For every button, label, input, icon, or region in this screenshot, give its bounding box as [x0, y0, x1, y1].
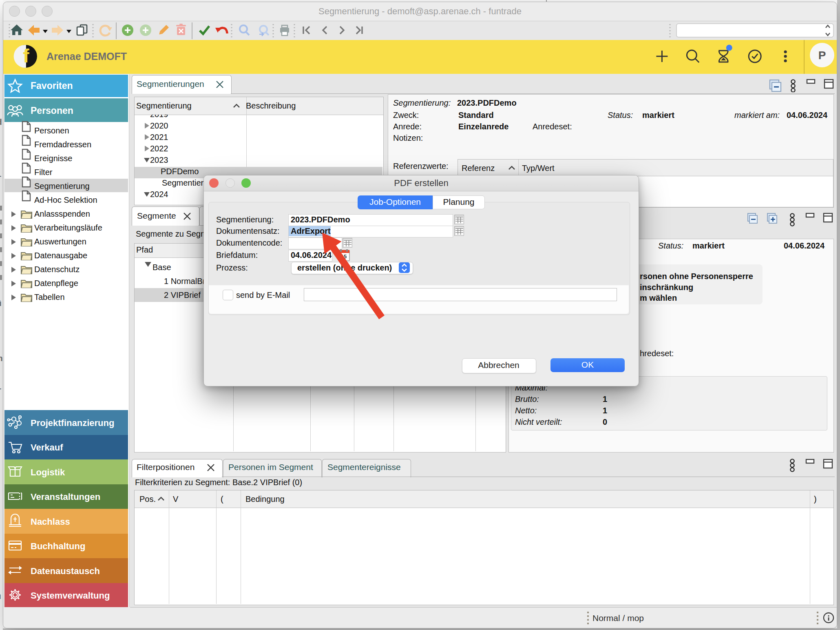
- svg-text:f: f: [23, 45, 29, 67]
- svg-text:Arenae DEMOFT: Arenae DEMOFT: [46, 51, 127, 62]
- svg-text:P: P: [818, 49, 826, 62]
